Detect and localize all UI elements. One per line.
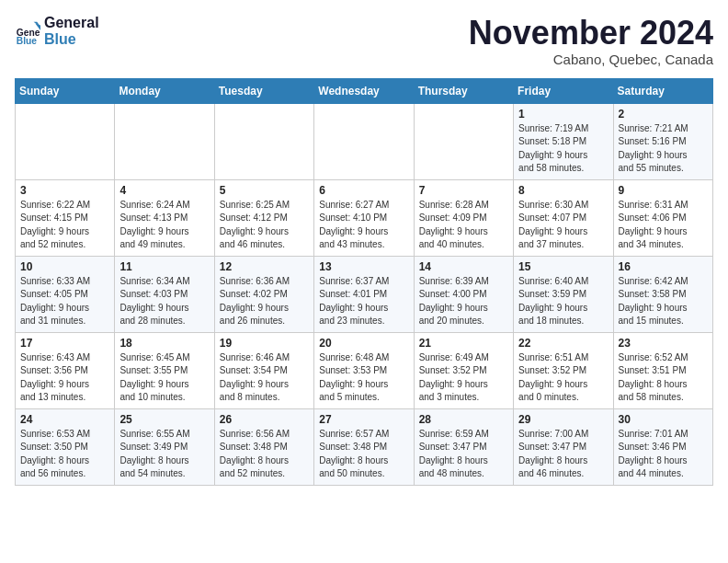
day-number: 16 xyxy=(619,260,708,273)
day-info: Sunrise: 6:57 AMSunset: 3:48 PMDaylight:… xyxy=(319,428,408,481)
day-number: 13 xyxy=(319,260,408,273)
day-number: 1 xyxy=(518,108,608,121)
day-number: 19 xyxy=(220,337,309,350)
day-info: Sunrise: 7:01 AMSunset: 3:46 PMDaylight:… xyxy=(619,428,708,481)
day-number: 21 xyxy=(419,337,508,350)
day-number: 11 xyxy=(119,260,209,273)
calendar-week-row: 3Sunrise: 6:22 AMSunset: 4:15 PMDaylight… xyxy=(16,179,713,256)
day-info: Sunrise: 6:48 AMSunset: 3:53 PMDaylight:… xyxy=(319,351,408,405)
logo-icon: General Blue xyxy=(15,18,40,44)
month-title: November 2024 xyxy=(469,15,713,52)
day-number: 28 xyxy=(419,413,508,426)
calendar-cell xyxy=(414,103,513,179)
day-info: Sunrise: 6:37 AMSunset: 4:01 PMDaylight:… xyxy=(319,275,408,328)
calendar-cell: 9Sunrise: 6:31 AMSunset: 4:06 PMDaylight… xyxy=(613,179,712,256)
calendar-cell: 4Sunrise: 6:24 AMSunset: 4:13 PMDaylight… xyxy=(115,179,214,256)
day-info: Sunrise: 6:51 AMSunset: 3:52 PMDaylight:… xyxy=(518,351,608,405)
calendar-cell: 15Sunrise: 6:40 AMSunset: 3:59 PMDayligh… xyxy=(514,256,613,332)
day-info: Sunrise: 7:00 AMSunset: 3:47 PMDaylight:… xyxy=(518,428,608,481)
day-number: 12 xyxy=(220,260,309,273)
day-info: Sunrise: 6:30 AMSunset: 4:07 PMDaylight:… xyxy=(518,199,608,252)
calendar-cell: 8Sunrise: 6:30 AMSunset: 4:07 PMDaylight… xyxy=(514,179,613,256)
day-info: Sunrise: 6:53 AMSunset: 3:50 PMDaylight:… xyxy=(20,428,109,481)
calendar-cell: 30Sunrise: 7:01 AMSunset: 3:46 PMDayligh… xyxy=(613,408,712,485)
calendar-cell: 17Sunrise: 6:43 AMSunset: 3:56 PMDayligh… xyxy=(16,332,115,408)
calendar-cell: 24Sunrise: 6:53 AMSunset: 3:50 PMDayligh… xyxy=(16,408,115,485)
day-info: Sunrise: 6:52 AMSunset: 3:51 PMDaylight:… xyxy=(619,351,708,405)
calendar-cell: 11Sunrise: 6:34 AMSunset: 4:03 PMDayligh… xyxy=(115,256,214,332)
calendar-week-row: 24Sunrise: 6:53 AMSunset: 3:50 PMDayligh… xyxy=(16,408,713,485)
day-number: 4 xyxy=(119,184,209,197)
day-number: 22 xyxy=(518,337,608,350)
day-number: 5 xyxy=(220,184,309,197)
logo: General Blue General Blue xyxy=(15,15,99,47)
calendar-cell: 12Sunrise: 6:36 AMSunset: 4:02 PMDayligh… xyxy=(214,256,313,332)
calendar-cell: 23Sunrise: 6:52 AMSunset: 3:51 PMDayligh… xyxy=(613,332,712,408)
calendar-cell: 27Sunrise: 6:57 AMSunset: 3:48 PMDayligh… xyxy=(314,408,414,485)
day-number: 3 xyxy=(20,184,109,197)
day-number: 18 xyxy=(119,337,209,350)
day-number: 8 xyxy=(518,184,608,197)
calendar-cell: 2Sunrise: 7:21 AMSunset: 5:16 PMDaylight… xyxy=(613,103,712,179)
day-of-week-header: Friday xyxy=(514,78,613,103)
calendar-cell xyxy=(214,103,313,179)
calendar-cell xyxy=(16,103,115,179)
calendar-cell xyxy=(314,103,414,179)
day-info: Sunrise: 6:55 AMSunset: 3:49 PMDaylight:… xyxy=(119,428,209,481)
day-number: 9 xyxy=(619,184,708,197)
day-number: 6 xyxy=(319,184,408,197)
calendar-body: 1Sunrise: 7:19 AMSunset: 5:18 PMDaylight… xyxy=(16,103,713,485)
calendar-header-row: SundayMondayTuesdayWednesdayThursdayFrid… xyxy=(16,78,713,103)
day-info: Sunrise: 6:27 AMSunset: 4:10 PMDaylight:… xyxy=(319,199,408,252)
day-info: Sunrise: 7:21 AMSunset: 5:16 PMDaylight:… xyxy=(619,122,708,176)
day-info: Sunrise: 6:33 AMSunset: 4:05 PMDaylight:… xyxy=(20,275,109,328)
day-number: 23 xyxy=(619,337,708,350)
day-info: Sunrise: 6:40 AMSunset: 3:59 PMDaylight:… xyxy=(518,275,608,328)
calendar-cell: 26Sunrise: 6:56 AMSunset: 3:48 PMDayligh… xyxy=(214,408,313,485)
day-number: 27 xyxy=(319,413,408,426)
calendar-cell: 19Sunrise: 6:46 AMSunset: 3:54 PMDayligh… xyxy=(214,332,313,408)
day-of-week-header: Sunday xyxy=(16,78,115,103)
calendar-cell: 16Sunrise: 6:42 AMSunset: 3:58 PMDayligh… xyxy=(613,256,712,332)
day-of-week-header: Wednesday xyxy=(314,78,414,103)
location-subtitle: Cabano, Quebec, Canada xyxy=(469,52,713,67)
day-number: 24 xyxy=(20,413,109,426)
day-of-week-header: Saturday xyxy=(613,78,712,103)
calendar-cell: 13Sunrise: 6:37 AMSunset: 4:01 PMDayligh… xyxy=(314,256,414,332)
day-info: Sunrise: 6:42 AMSunset: 3:58 PMDaylight:… xyxy=(619,275,708,328)
day-number: 29 xyxy=(518,413,608,426)
calendar-cell: 7Sunrise: 6:28 AMSunset: 4:09 PMDaylight… xyxy=(414,179,513,256)
day-info: Sunrise: 6:36 AMSunset: 4:02 PMDaylight:… xyxy=(220,275,309,328)
day-number: 20 xyxy=(319,337,408,350)
page-header: General Blue General Blue November 2024 … xyxy=(15,15,713,67)
day-info: Sunrise: 6:24 AMSunset: 4:13 PMDaylight:… xyxy=(119,199,209,252)
day-info: Sunrise: 6:49 AMSunset: 3:52 PMDaylight:… xyxy=(419,351,508,405)
day-number: 10 xyxy=(20,260,109,273)
day-info: Sunrise: 6:46 AMSunset: 3:54 PMDaylight:… xyxy=(220,351,309,405)
day-number: 7 xyxy=(419,184,508,197)
day-number: 15 xyxy=(518,260,608,273)
day-info: Sunrise: 6:39 AMSunset: 4:00 PMDaylight:… xyxy=(419,275,508,328)
calendar-cell: 6Sunrise: 6:27 AMSunset: 4:10 PMDaylight… xyxy=(314,179,414,256)
day-info: Sunrise: 6:43 AMSunset: 3:56 PMDaylight:… xyxy=(20,351,109,405)
calendar-table: SundayMondayTuesdayWednesdayThursdayFrid… xyxy=(15,78,713,486)
day-info: Sunrise: 6:31 AMSunset: 4:06 PMDaylight:… xyxy=(619,199,708,252)
day-number: 14 xyxy=(419,260,508,273)
day-of-week-header: Tuesday xyxy=(214,78,313,103)
calendar-cell: 25Sunrise: 6:55 AMSunset: 3:49 PMDayligh… xyxy=(115,408,214,485)
calendar-cell: 29Sunrise: 7:00 AMSunset: 3:47 PMDayligh… xyxy=(514,408,613,485)
day-info: Sunrise: 7:19 AMSunset: 5:18 PMDaylight:… xyxy=(518,122,608,176)
day-info: Sunrise: 6:28 AMSunset: 4:09 PMDaylight:… xyxy=(419,199,508,252)
calendar-cell: 3Sunrise: 6:22 AMSunset: 4:15 PMDaylight… xyxy=(16,179,115,256)
calendar-week-row: 1Sunrise: 7:19 AMSunset: 5:18 PMDaylight… xyxy=(16,103,713,179)
svg-text:Blue: Blue xyxy=(17,36,38,44)
calendar-week-row: 17Sunrise: 6:43 AMSunset: 3:56 PMDayligh… xyxy=(16,332,713,408)
title-block: November 2024 Cabano, Quebec, Canada xyxy=(469,15,713,67)
calendar-week-row: 10Sunrise: 6:33 AMSunset: 4:05 PMDayligh… xyxy=(16,256,713,332)
logo-text-blue: Blue xyxy=(44,31,99,48)
calendar-cell: 21Sunrise: 6:49 AMSunset: 3:52 PMDayligh… xyxy=(414,332,513,408)
day-number: 25 xyxy=(119,413,209,426)
calendar-cell: 10Sunrise: 6:33 AMSunset: 4:05 PMDayligh… xyxy=(16,256,115,332)
day-info: Sunrise: 6:56 AMSunset: 3:48 PMDaylight:… xyxy=(220,428,309,481)
day-number: 2 xyxy=(619,108,708,121)
